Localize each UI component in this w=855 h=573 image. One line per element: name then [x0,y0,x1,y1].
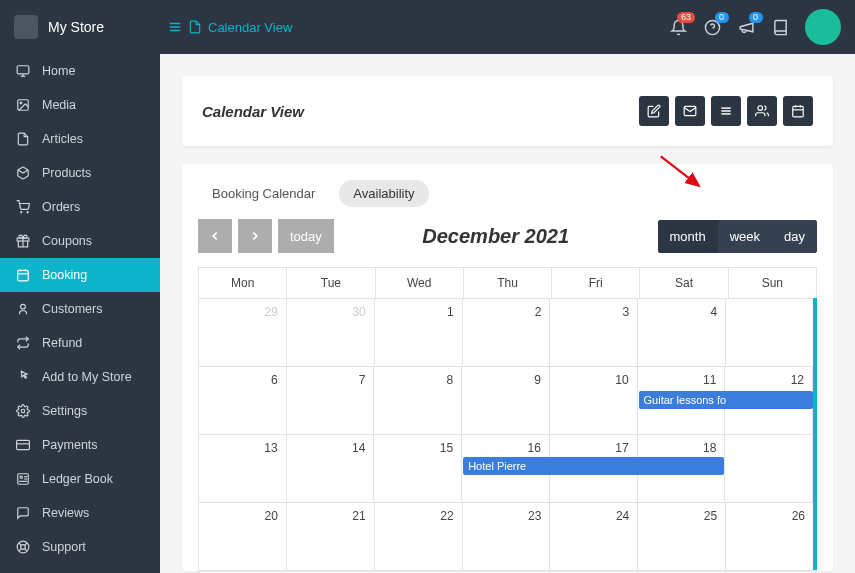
announce-button[interactable]: 0 [737,18,755,36]
help-button[interactable]: 0 [703,18,721,36]
pointer-icon [16,370,30,384]
cell-date: 7 [359,373,366,387]
tab-booking-calendar[interactable]: Booking Calendar [198,180,329,207]
svg-point-9 [20,102,22,104]
notifications-button[interactable]: 63 [669,18,687,36]
calendar-cell[interactable]: 9 [462,367,550,434]
sidebar-item-articles[interactable]: Articles [0,122,160,156]
cell-date: 17 [615,441,628,455]
main-content: Calendar View Booking Calendar Availabil… [160,54,855,573]
calendar-config-button[interactable] [783,96,813,126]
calendar-cell[interactable] [726,299,813,366]
calendar-cell[interactable]: 14 [287,435,375,502]
brand-logo-icon [14,15,38,39]
list-button[interactable] [711,96,741,126]
event-guitar[interactable]: Guitar lessons fo [639,391,813,409]
calendar-cell[interactable]: 15 [374,435,462,502]
view-month-button[interactable]: month [658,220,718,253]
sidebar-item-label: Coupons [42,234,92,248]
calendar-cell[interactable]: 21 [287,503,375,570]
monitor-icon [16,64,30,78]
sidebar-item-add-to-my-store[interactable]: Add to My Store [0,360,160,394]
sidebar-item-label: Add to My Store [42,370,132,384]
sidebar-item-orders[interactable]: Orders [0,190,160,224]
sidebar-item-settings[interactable]: Settings [0,394,160,428]
prev-button[interactable] [198,219,232,253]
cell-date: 3 [623,305,630,319]
sidebar-item-payments[interactable]: Payments [0,428,160,462]
breadcrumb[interactable]: Calendar View [160,20,669,35]
image-icon [16,98,30,112]
calendar-cell[interactable]: 24 [550,503,638,570]
calendar-cell[interactable]: 29 [199,299,287,366]
sidebar-item-media[interactable]: Media [0,88,160,122]
calendar-cell[interactable]: 20 [199,503,287,570]
day-header: Sun [729,268,817,298]
calendar-cell[interactable] [725,435,813,502]
sidebar-item-label: Articles [42,132,83,146]
cell-date: 18 [703,441,716,455]
calendar-cell[interactable]: 8 [374,367,462,434]
calendar-cell[interactable]: 23 [463,503,551,570]
exchange-icon [16,336,30,350]
sidebar-item-home[interactable]: Home [0,54,160,88]
calendar-cell[interactable]: 10 [550,367,638,434]
svg-line-29 [19,543,21,545]
view-day-button[interactable]: day [772,220,817,253]
breadcrumb-text: Calendar View [208,20,292,35]
calendar-card: Booking Calendar Availability today Dece… [182,164,833,571]
brand: My Store [0,15,160,39]
edit-button[interactable] [639,96,669,126]
calendar-cell[interactable]: 4 [638,299,726,366]
next-button[interactable] [238,219,272,253]
calendar-cell[interactable]: 2 [463,299,551,366]
calendar-cell[interactable]: 22 [375,503,463,570]
calendar-cell[interactable]: 7 [287,367,375,434]
cell-date: 10 [615,373,628,387]
users-button[interactable] [747,96,777,126]
tab-availability[interactable]: Availability [339,180,428,207]
day-header: Mon [199,268,287,298]
calendar-cell[interactable]: 6 [199,367,287,434]
page-header: Calendar View [182,76,833,146]
sidebar-item-booking[interactable]: Booking [0,258,160,292]
sidebar-item-ledger-book[interactable]: Ledger Book [0,462,160,496]
today-button[interactable]: today [278,219,334,253]
cell-date: 9 [534,373,541,387]
sidebar-item-products[interactable]: Products [0,156,160,190]
card-icon [16,438,30,452]
avatar[interactable] [805,9,841,45]
sidebar-item-label: Booking [42,268,87,282]
user-icon [16,302,30,316]
svg-point-10 [21,212,22,213]
day-header: Fri [552,268,640,298]
cell-date: 2 [535,305,542,319]
ledger-icon [16,472,30,486]
event-hotel[interactable]: Hotel Pierre [463,457,724,475]
svg-rect-14 [18,270,29,281]
cell-date: 21 [352,509,365,523]
cell-date: 14 [352,441,365,455]
sidebar-item-support[interactable]: Support [0,530,160,564]
calendar-controls: today December 2021 month week day [198,219,817,253]
sidebar-item-customers[interactable]: Customers [0,292,160,326]
calendar-cell[interactable]: 1 [375,299,463,366]
view-week-button[interactable]: week [718,220,772,253]
sidebar-item-label: Orders [42,200,80,214]
calendar-cell[interactable]: 3 [550,299,638,366]
calendar-cell[interactable]: 26 [726,503,813,570]
calendar-icon [16,268,30,282]
calendar-cell[interactable]: 25 [638,503,726,570]
sidebar-item-refund[interactable]: Refund [0,326,160,360]
notifications-badge: 63 [677,12,695,23]
mail-button[interactable] [675,96,705,126]
docs-button[interactable] [771,18,789,36]
calendar-cell[interactable]: 30 [287,299,375,366]
calendar-cell[interactable]: 13 [199,435,287,502]
cell-date: 6 [271,373,278,387]
sidebar-item-coupons[interactable]: Coupons [0,224,160,258]
header-actions [639,96,813,126]
sidebar-item-reviews[interactable]: Reviews [0,496,160,530]
cell-date: 4 [710,305,717,319]
sidebar-item-label: Media [42,98,76,112]
